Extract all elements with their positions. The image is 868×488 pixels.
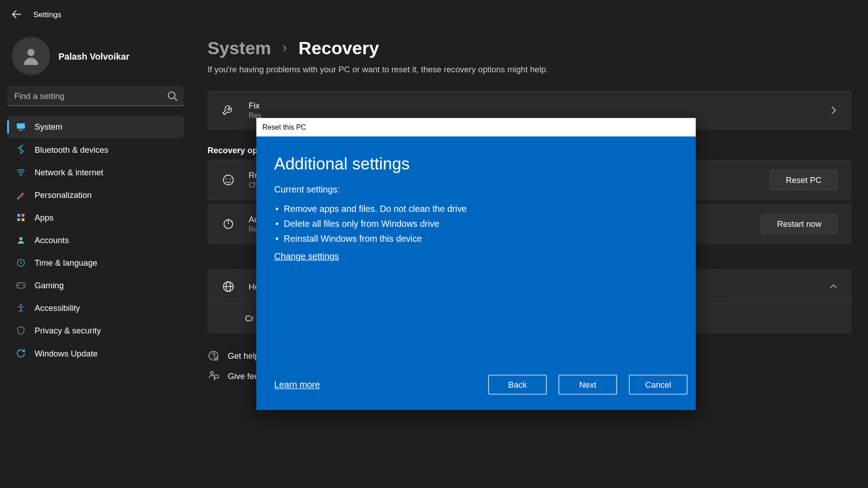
svg-rect-12	[16, 283, 25, 288]
svg-point-15	[20, 304, 22, 306]
sidebar-item-label: Network & internet	[34, 168, 103, 177]
back-button[interactable]	[7, 5, 26, 24]
dialog-heading: Additional settings	[274, 155, 678, 174]
sidebar-item-label: Privacy & security	[34, 326, 101, 335]
svg-point-13	[22, 285, 23, 286]
svg-point-16	[223, 175, 233, 185]
next-button[interactable]: Next	[559, 375, 617, 394]
change-settings-link[interactable]: Change settings	[274, 251, 339, 261]
breadcrumb: System Recovery	[208, 38, 851, 58]
sidebar: Palash Volvoikar SystemBluetooth & devic…	[0, 28, 191, 486]
sidebar-item-gaming[interactable]: Gaming	[7, 274, 184, 297]
svg-rect-9	[22, 218, 24, 221]
sidebar-item-accounts[interactable]: Accounts	[7, 229, 184, 251]
person-icon	[15, 235, 26, 246]
user-name: Palash Volvoikar	[58, 51, 129, 61]
svg-line-2	[175, 98, 177, 101]
sidebar-item-network-internet[interactable]: Network & internet	[7, 161, 184, 183]
power-icon	[221, 217, 236, 231]
reset-pc-button[interactable]: Reset PC	[770, 170, 838, 190]
shield-icon	[15, 325, 26, 336]
sidebar-item-label: Personalization	[34, 190, 91, 200]
sidebar-item-personalization[interactable]: Personalization	[7, 183, 184, 206]
feedback-icon	[208, 370, 219, 382]
globe-icon	[221, 279, 236, 294]
card-title: Fix	[249, 101, 817, 110]
help-icon	[208, 350, 219, 361]
page-intro: If you're having problems with your PC o…	[208, 64, 851, 74]
update-icon	[15, 348, 26, 359]
learn-more-link[interactable]: Learn more	[274, 380, 320, 389]
svg-point-27	[211, 371, 214, 375]
sidebar-item-label: Windows Update	[34, 348, 98, 358]
wrench-icon	[221, 103, 236, 117]
brush-icon	[15, 189, 26, 200]
search-icon	[167, 90, 178, 101]
sidebar-item-system[interactable]: System	[7, 116, 184, 138]
grid-icon	[15, 212, 26, 223]
svg-point-1	[168, 92, 175, 99]
chevron-up-icon	[829, 284, 837, 290]
sidebar-item-label: Gaming	[34, 281, 64, 290]
user-block[interactable]: Palash Volvoikar	[7, 33, 184, 86]
dialog-settings-list: Remove apps and files. Do not clean the …	[274, 202, 678, 246]
link-label: Get help	[228, 351, 259, 361]
restart-now-button[interactable]: Restart now	[761, 214, 838, 234]
back-button[interactable]: Back	[488, 375, 547, 394]
svg-point-17	[226, 178, 226, 179]
sidebar-item-time-language[interactable]: Time & language	[7, 251, 184, 274]
sidebar-item-label: Bluetooth & devices	[34, 145, 108, 154]
sidebar-item-apps[interactable]: Apps	[7, 206, 184, 229]
svg-point-10	[19, 237, 23, 240]
dialog-bullet: Delete all files only from Windows drive	[274, 216, 678, 231]
svg-rect-7	[22, 214, 24, 216]
sidebar-item-accessibility[interactable]: Accessibility	[7, 297, 184, 319]
dialog-current-label: Current settings:	[274, 184, 678, 194]
chevron-right-icon	[282, 44, 288, 52]
gamepad-icon	[15, 280, 26, 291]
svg-rect-3	[17, 123, 25, 129]
sidebar-item-label: System	[34, 122, 62, 131]
breadcrumb-current: Recovery	[298, 38, 379, 58]
avatar	[12, 37, 50, 75]
sidebar-item-label: Apps	[34, 213, 53, 222]
svg-point-14	[23, 286, 24, 286]
sidebar-item-label: Accessibility	[34, 303, 80, 313]
svg-rect-6	[17, 214, 20, 216]
svg-rect-4	[19, 130, 23, 131]
dialog-titlebar[interactable]: Reset this PC	[256, 118, 696, 136]
sidebar-item-label: Time & language	[34, 258, 97, 267]
app-title: Settings	[33, 10, 61, 19]
svg-point-0	[28, 49, 35, 56]
arrow-left-icon	[12, 9, 21, 19]
svg-point-5	[20, 175, 21, 176]
bluetooth-icon	[15, 144, 26, 155]
search-input[interactable]	[7, 86, 184, 106]
svg-point-25	[213, 358, 214, 359]
chevron-right-icon	[830, 105, 838, 115]
dialog-bullet: Reinstall Windows from this device	[274, 231, 678, 246]
sidebar-item-label: Accounts	[34, 235, 69, 245]
access-icon	[15, 303, 26, 314]
person-icon	[20, 45, 42, 66]
sidebar-item-bluetooth-devices[interactable]: Bluetooth & devices	[7, 138, 184, 161]
sidebar-item-windows-update[interactable]: Windows Update	[7, 342, 184, 365]
sidebar-item-privacy-security[interactable]: Privacy & security	[7, 319, 184, 342]
reset-pc-dialog: Reset this PC Additional settings Curren…	[256, 118, 696, 410]
dialog-bullet: Remove apps and files. Do not clean the …	[274, 202, 678, 216]
clock-icon	[15, 258, 26, 268]
cancel-button[interactable]: Cancel	[629, 375, 687, 394]
reset-icon	[221, 173, 236, 187]
svg-point-18	[230, 178, 231, 179]
breadcrumb-parent[interactable]: System	[208, 38, 271, 58]
svg-rect-8	[17, 218, 20, 221]
wifi-icon	[15, 167, 26, 178]
monitor-icon	[15, 122, 26, 132]
